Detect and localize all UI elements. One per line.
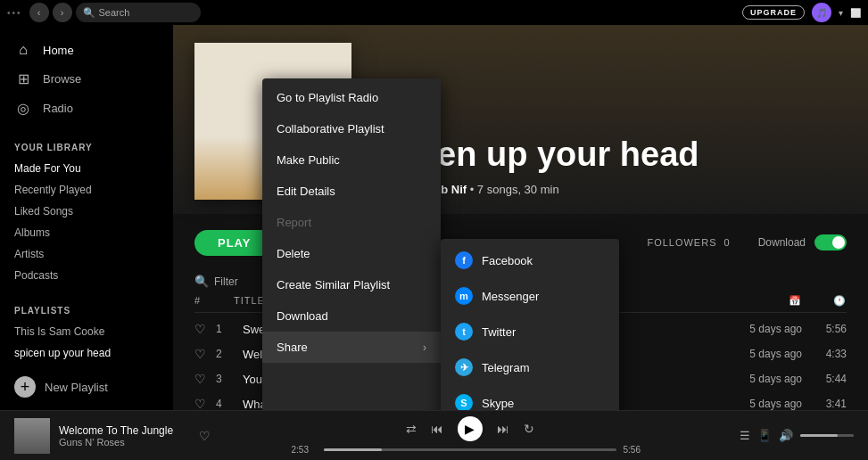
track-duration: 3:41 [802, 398, 847, 410]
filter-icon: 🔍 [194, 275, 209, 288]
search-icon: 🔍 [83, 7, 95, 19]
play-pause-button[interactable]: ▶ [458, 416, 483, 441]
track-number: 3 [216, 373, 243, 385]
sidebar-item-recently-played[interactable]: Recently Played [0, 179, 173, 201]
like-icon[interactable]: ♡ [194, 322, 209, 336]
sidebar-item-home[interactable]: ⌂ Home [0, 36, 173, 64]
search-bar[interactable]: 🔍 Search [76, 3, 201, 22]
share-item-telegram[interactable]: ✈ Telegram [441, 349, 619, 385]
share-skype-label: Skype [482, 397, 514, 410]
facebook-icon: f [455, 251, 473, 269]
followers-count: 0 [724, 237, 730, 248]
player-like-icon[interactable]: ♡ [199, 429, 211, 443]
share-arrow-icon: › [423, 341, 426, 354]
filter-label: Filter [214, 275, 238, 288]
window-dots: ••• [7, 8, 22, 18]
followers-label: FOLLOWERS [647, 237, 716, 248]
track-number: 2 [216, 348, 243, 360]
share-label: Share [277, 341, 308, 354]
duration-header: 🕐 [802, 295, 847, 307]
nav-back-button[interactable]: ‹ [29, 3, 49, 22]
download-toggle[interactable] [814, 234, 847, 251]
menu-item-edit-details[interactable]: Edit Details [262, 176, 441, 207]
shuffle-button[interactable]: ⇄ [406, 422, 417, 436]
share-item-skype[interactable]: S Skype [441, 385, 619, 410]
sidebar-nav: ⌂ Home ⊞ Browse ◎ Radio [0, 25, 173, 130]
current-time: 2:53 [292, 445, 317, 455]
radio-icon: ◎ [14, 100, 32, 117]
sidebar-label-browse: Browse [43, 72, 81, 86]
avatar[interactable]: 🎵 [812, 3, 831, 22]
volume-icon: 🔊 [779, 429, 793, 442]
library-label: YOUR LIBRARY [0, 130, 173, 158]
menu-item-report: Report [262, 207, 441, 238]
share-telegram-label: Telegram [482, 361, 529, 374]
browse-icon: ⊞ [14, 70, 32, 87]
menu-item-go-to-playlist-radio[interactable]: Go to Playlist Radio [262, 82, 441, 113]
like-icon[interactable]: ♡ [194, 397, 209, 410]
bottom-player: Welcome To The Jungle Guns N' Roses ♡ ⇄ … [0, 410, 868, 460]
date-header: 📅 [689, 295, 802, 307]
sidebar: ⌂ Home ⊞ Browse ◎ Radio YOUR LIBRARY Mad… [0, 25, 173, 410]
track-duration: 5:56 [802, 323, 847, 335]
sidebar-playlist-this-is-sam-cooke[interactable]: This Is Sam Cooke [0, 321, 173, 342]
repeat-button[interactable]: ↻ [524, 422, 534, 436]
total-time: 5:56 [624, 445, 649, 455]
share-item-messenger[interactable]: m Messenger [441, 278, 619, 314]
sidebar-item-artists[interactable]: Artists [0, 243, 173, 265]
devices-icon[interactable]: 📱 [757, 429, 772, 442]
queue-icon[interactable]: ☰ [740, 429, 750, 442]
track-number: 1 [216, 323, 243, 335]
new-playlist-button[interactable]: + New Playlist [0, 364, 173, 405]
skype-icon: S [455, 394, 473, 410]
like-icon[interactable]: ♡ [194, 347, 209, 361]
share-item-facebook[interactable]: f Facebook [441, 242, 619, 278]
progress-track[interactable] [324, 448, 616, 451]
download-label: Download [758, 236, 806, 249]
volume-bar[interactable] [800, 434, 854, 437]
menu-item-delete[interactable]: Delete [262, 238, 441, 269]
sidebar-item-browse[interactable]: ⊞ Browse [0, 64, 173, 94]
like-icon[interactable]: ♡ [194, 372, 209, 386]
playlists-label: PLAYLISTS [0, 293, 173, 321]
player-artist-name: Guns N' Roses [59, 437, 190, 448]
upgrade-button[interactable]: UPGRADE [742, 5, 805, 20]
sidebar-item-albums[interactable]: Albums [0, 222, 173, 243]
track-duration: 5:44 [802, 373, 847, 385]
previous-button[interactable]: ⏮ [431, 422, 443, 436]
twitter-icon: t [455, 323, 473, 341]
track-date: 5 days ago [690, 373, 802, 385]
track-duration: 4:33 [802, 348, 847, 360]
player-buttons: ⇄ ⏮ ▶ ⏭ ↻ [406, 416, 534, 441]
next-button[interactable]: ⏭ [497, 422, 509, 436]
share-submenu: f Facebook m Messenger t Twitter ✈ Teleg… [441, 239, 619, 410]
player-track-info: Welcome To The Jungle Guns N' Roses ♡ [14, 418, 211, 454]
sidebar-item-radio[interactable]: ◎ Radio [0, 94, 173, 123]
home-icon: ⌂ [14, 42, 32, 58]
share-twitter-label: Twitter [482, 325, 516, 339]
sidebar-item-liked-songs[interactable]: Liked Songs [0, 201, 173, 222]
menu-item-collaborative-playlist[interactable]: Collaborative Playlist [262, 113, 441, 144]
messenger-icon: m [455, 287, 473, 305]
player-controls: ⇄ ⏮ ▶ ⏭ ↻ 2:53 5:56 [221, 416, 718, 455]
right-content: PLAYLIST spicen up your head Created by … [173, 25, 868, 410]
context-menu: Go to Playlist Radio Collaborative Playl… [262, 78, 441, 410]
sidebar-item-made-for-you[interactable]: Made For You [0, 158, 173, 179]
track-date: 5 days ago [690, 323, 802, 335]
sidebar-label-home: Home [43, 44, 74, 57]
progress-bar[interactable]: 2:53 5:56 [292, 445, 649, 455]
top-bar: ••• ‹ › 🔍 Search UPGRADE 🎵 ▾ ⬜ [0, 0, 868, 25]
menu-item-create-similar-playlist[interactable]: Create Similar Playlist [262, 269, 441, 300]
menu-item-share[interactable]: Share › [262, 332, 441, 363]
sidebar-item-podcasts[interactable]: Podcasts [0, 265, 173, 286]
chevron-down-icon[interactable]: ▾ [839, 8, 843, 18]
nav-forward-button[interactable]: › [53, 3, 72, 22]
track-date: 5 days ago [690, 398, 802, 410]
new-playlist-label: New Playlist [45, 381, 108, 394]
menu-item-make-public[interactable]: Make Public [262, 144, 441, 176]
share-item-twitter[interactable]: t Twitter [441, 314, 619, 349]
track-num-header: # [194, 295, 234, 307]
menu-item-download[interactable]: Download [262, 300, 441, 332]
share-facebook-label: Facebook [482, 254, 533, 267]
sidebar-playlist-spicen-up-your-head[interactable]: spicen up your head [0, 342, 173, 364]
